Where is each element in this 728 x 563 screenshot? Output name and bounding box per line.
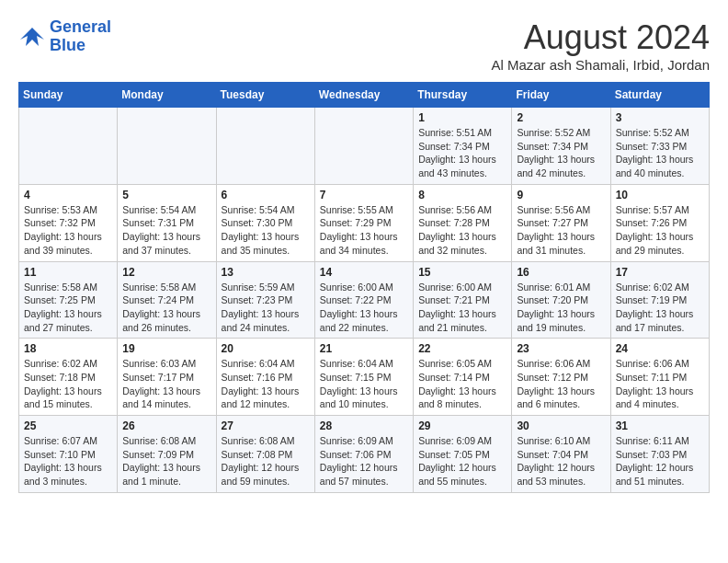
day-number: 5 xyxy=(122,189,210,201)
day-info: Sunrise: 6:03 AM Sunset: 7:17 PM Dayligh… xyxy=(122,357,210,411)
day-cell: 21Sunrise: 6:04 AM Sunset: 7:15 PM Dayli… xyxy=(314,339,413,416)
day-cell: 7Sunrise: 5:55 AM Sunset: 7:29 PM Daylig… xyxy=(314,184,413,261)
calendar-header: SundayMondayTuesdayWednesdayThursdayFrid… xyxy=(19,83,710,108)
day-cell: 25Sunrise: 6:07 AM Sunset: 7:10 PM Dayli… xyxy=(19,416,118,493)
day-number: 9 xyxy=(517,189,605,201)
day-info: Sunrise: 6:10 AM Sunset: 7:04 PM Dayligh… xyxy=(517,434,605,488)
day-number: 24 xyxy=(616,342,704,355)
day-cell: 22Sunrise: 6:05 AM Sunset: 7:14 PM Dayli… xyxy=(414,339,512,416)
day-info: Sunrise: 6:08 AM Sunset: 7:08 PM Dayligh… xyxy=(222,434,310,488)
day-cell: 17Sunrise: 6:02 AM Sunset: 7:19 PM Dayli… xyxy=(610,261,709,339)
day-cell: 27Sunrise: 6:08 AM Sunset: 7:08 PM Dayli… xyxy=(216,416,314,493)
day-info: Sunrise: 6:02 AM Sunset: 7:18 PM Dayligh… xyxy=(24,357,112,411)
day-cell: 15Sunrise: 6:00 AM Sunset: 7:21 PM Dayli… xyxy=(414,261,512,339)
day-info: Sunrise: 6:09 AM Sunset: 7:05 PM Dayligh… xyxy=(418,434,506,488)
day-info: Sunrise: 5:52 AM Sunset: 7:33 PM Dayligh… xyxy=(616,126,704,180)
day-cell xyxy=(314,108,413,185)
day-info: Sunrise: 6:00 AM Sunset: 7:21 PM Dayligh… xyxy=(418,281,506,335)
title-block: August 2024 Al Mazar ash Shamali, Irbid,… xyxy=(491,18,710,73)
day-info: Sunrise: 5:58 AM Sunset: 7:25 PM Dayligh… xyxy=(24,281,112,335)
day-cell: 24Sunrise: 6:06 AM Sunset: 7:11 PM Dayli… xyxy=(610,339,709,416)
day-cell: 8Sunrise: 5:56 AM Sunset: 7:28 PM Daylig… xyxy=(414,184,512,261)
day-cell: 14Sunrise: 6:00 AM Sunset: 7:22 PM Dayli… xyxy=(314,261,413,339)
day-number: 3 xyxy=(616,111,704,124)
week-row-2: 11Sunrise: 5:58 AM Sunset: 7:25 PM Dayli… xyxy=(19,261,710,339)
calendar-table: SundayMondayTuesdayWednesdayThursdayFrid… xyxy=(18,82,710,493)
day-info: Sunrise: 6:01 AM Sunset: 7:20 PM Dayligh… xyxy=(517,281,605,335)
day-info: Sunrise: 6:06 AM Sunset: 7:12 PM Dayligh… xyxy=(517,357,605,411)
logo-text: General Blue xyxy=(50,18,111,55)
day-number: 7 xyxy=(320,189,408,201)
day-cell: 16Sunrise: 6:01 AM Sunset: 7:20 PM Dayli… xyxy=(512,261,610,339)
day-info: Sunrise: 5:52 AM Sunset: 7:34 PM Dayligh… xyxy=(517,126,605,180)
day-number: 26 xyxy=(122,419,210,432)
logo: General Blue xyxy=(18,18,111,55)
day-number: 20 xyxy=(222,342,310,355)
day-cell: 18Sunrise: 6:02 AM Sunset: 7:18 PM Dayli… xyxy=(19,339,118,416)
day-number: 13 xyxy=(222,266,310,279)
day-number: 25 xyxy=(24,419,112,432)
week-row-4: 25Sunrise: 6:07 AM Sunset: 7:10 PM Dayli… xyxy=(19,416,710,493)
day-number: 17 xyxy=(616,266,704,279)
calendar-body: 1Sunrise: 5:51 AM Sunset: 7:34 PM Daylig… xyxy=(19,108,710,493)
day-info: Sunrise: 5:54 AM Sunset: 7:31 PM Dayligh… xyxy=(122,203,210,258)
header-cell-thursday: Thursday xyxy=(414,83,512,108)
day-cell: 30Sunrise: 6:10 AM Sunset: 7:04 PM Dayli… xyxy=(512,416,610,493)
day-cell: 19Sunrise: 6:03 AM Sunset: 7:17 PM Dayli… xyxy=(118,339,216,416)
day-number: 4 xyxy=(24,189,112,201)
day-cell: 9Sunrise: 5:56 AM Sunset: 7:27 PM Daylig… xyxy=(512,184,610,261)
day-number: 27 xyxy=(222,419,310,432)
day-cell xyxy=(216,108,314,185)
header-cell-sunday: Sunday xyxy=(19,83,118,108)
day-info: Sunrise: 5:51 AM Sunset: 7:34 PM Dayligh… xyxy=(418,126,506,180)
day-number: 28 xyxy=(320,419,408,432)
day-info: Sunrise: 5:56 AM Sunset: 7:28 PM Dayligh… xyxy=(418,203,506,258)
header-row: SundayMondayTuesdayWednesdayThursdayFrid… xyxy=(19,83,710,108)
day-info: Sunrise: 6:07 AM Sunset: 7:10 PM Dayligh… xyxy=(24,434,112,488)
day-number: 19 xyxy=(122,342,210,355)
day-number: 1 xyxy=(418,111,506,124)
day-cell: 31Sunrise: 6:11 AM Sunset: 7:03 PM Dayli… xyxy=(610,416,709,493)
day-info: Sunrise: 6:05 AM Sunset: 7:14 PM Dayligh… xyxy=(418,357,506,411)
location: Al Mazar ash Shamali, Irbid, Jordan xyxy=(491,57,710,73)
day-info: Sunrise: 6:04 AM Sunset: 7:16 PM Dayligh… xyxy=(222,357,310,411)
week-row-0: 1Sunrise: 5:51 AM Sunset: 7:34 PM Daylig… xyxy=(19,108,710,185)
day-info: Sunrise: 5:53 AM Sunset: 7:32 PM Dayligh… xyxy=(24,203,112,258)
day-info: Sunrise: 5:55 AM Sunset: 7:29 PM Dayligh… xyxy=(320,203,408,258)
day-number: 22 xyxy=(418,342,506,355)
header-cell-tuesday: Tuesday xyxy=(216,83,314,108)
day-cell xyxy=(19,108,118,185)
day-number: 14 xyxy=(320,266,408,279)
header-cell-monday: Monday xyxy=(118,83,216,108)
header-cell-wednesday: Wednesday xyxy=(314,83,413,108)
day-cell: 6Sunrise: 5:54 AM Sunset: 7:30 PM Daylig… xyxy=(216,184,314,261)
day-cell: 28Sunrise: 6:09 AM Sunset: 7:06 PM Dayli… xyxy=(314,416,413,493)
day-info: Sunrise: 6:04 AM Sunset: 7:15 PM Dayligh… xyxy=(320,357,408,411)
day-number: 18 xyxy=(24,342,112,355)
day-cell: 12Sunrise: 5:58 AM Sunset: 7:24 PM Dayli… xyxy=(118,261,216,339)
week-row-3: 18Sunrise: 6:02 AM Sunset: 7:18 PM Dayli… xyxy=(19,339,710,416)
svg-marker-0 xyxy=(20,28,44,46)
day-cell: 20Sunrise: 6:04 AM Sunset: 7:16 PM Dayli… xyxy=(216,339,314,416)
day-number: 21 xyxy=(320,342,408,355)
month-title: August 2024 xyxy=(491,18,710,57)
header-cell-friday: Friday xyxy=(512,83,610,108)
day-number: 8 xyxy=(418,189,506,201)
day-cell: 2Sunrise: 5:52 AM Sunset: 7:34 PM Daylig… xyxy=(512,108,610,185)
header-cell-saturday: Saturday xyxy=(610,83,709,108)
day-cell xyxy=(118,108,216,185)
day-number: 6 xyxy=(222,189,310,201)
day-info: Sunrise: 5:54 AM Sunset: 7:30 PM Dayligh… xyxy=(222,203,310,258)
day-number: 10 xyxy=(616,189,704,201)
page-header: General Blue August 2024 Al Mazar ash Sh… xyxy=(18,18,710,73)
day-cell: 5Sunrise: 5:54 AM Sunset: 7:31 PM Daylig… xyxy=(118,184,216,261)
day-cell: 4Sunrise: 5:53 AM Sunset: 7:32 PM Daylig… xyxy=(19,184,118,261)
day-number: 15 xyxy=(418,266,506,279)
day-cell: 1Sunrise: 5:51 AM Sunset: 7:34 PM Daylig… xyxy=(414,108,512,185)
day-cell: 11Sunrise: 5:58 AM Sunset: 7:25 PM Dayli… xyxy=(19,261,118,339)
day-number: 23 xyxy=(517,342,605,355)
day-number: 2 xyxy=(517,111,605,124)
day-info: Sunrise: 5:57 AM Sunset: 7:26 PM Dayligh… xyxy=(616,203,704,258)
day-info: Sunrise: 5:59 AM Sunset: 7:23 PM Dayligh… xyxy=(222,281,310,335)
day-number: 16 xyxy=(517,266,605,279)
